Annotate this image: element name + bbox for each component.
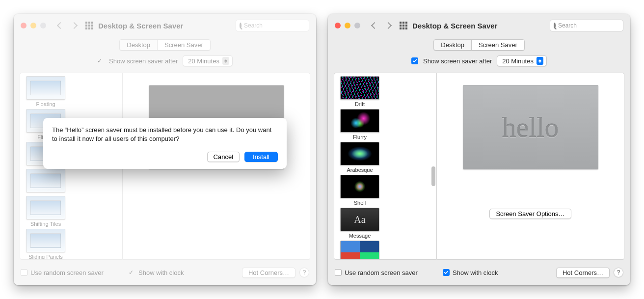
list-item[interactable]: Message <box>338 208 381 239</box>
search-icon <box>554 23 556 28</box>
preview-pane: hello Screen Saver Options… <box>437 73 624 260</box>
content: DriftFlurryArabesqueShellMessageAlbum Ar… <box>334 73 624 260</box>
thumbnail <box>340 175 379 198</box>
preview: hello <box>463 85 598 169</box>
minimize-icon[interactable] <box>345 23 350 28</box>
help-button[interactable]: ? <box>614 268 623 277</box>
after-row: Show screen saver after 20 Minutes <box>328 55 630 66</box>
thumbnail <box>340 142 379 165</box>
random-label: Use random screen saver <box>345 269 418 276</box>
tab-screensaver[interactable]: Screen Saver <box>471 40 524 50</box>
close-icon[interactable] <box>335 23 341 28</box>
stepper-icon <box>537 57 543 65</box>
syspref-window-left: Desktop & Screen Saver Desktop Screen Sa… <box>14 14 316 285</box>
tabs: Desktop Screen Saver <box>328 39 630 51</box>
item-label: Message <box>349 233 371 239</box>
after-label: Show screen saver after <box>423 57 492 65</box>
install-button[interactable]: Install <box>244 152 278 162</box>
list-item[interactable]: Drift <box>338 76 381 107</box>
list-item[interactable]: Shell <box>338 175 381 206</box>
tab-desktop[interactable]: Desktop <box>434 40 471 50</box>
forward-icon[interactable] <box>385 22 392 29</box>
item-label: Arabesque <box>347 167 373 173</box>
list-item[interactable]: Album Artwork <box>338 241 381 260</box>
install-dialog: The “Hello” screen saver must be install… <box>43 118 287 169</box>
after-value: 20 Minutes <box>502 57 534 65</box>
window-title: Desktop & Screen Saver <box>412 22 497 30</box>
clock-checkbox[interactable] <box>443 269 450 276</box>
list-item[interactable]: Flurry <box>338 109 381 140</box>
syspref-window-right: Desktop & Screen Saver Desktop Screen Sa… <box>328 14 630 285</box>
nav-buttons <box>372 23 391 28</box>
thumbnail <box>340 208 379 231</box>
item-label: Drift <box>355 101 365 107</box>
grid-icon[interactable] <box>400 22 407 29</box>
scroll-thumb[interactable] <box>431 166 435 186</box>
thumbnail <box>340 76 379 100</box>
options-button[interactable]: Screen Saver Options… <box>489 209 571 219</box>
item-label: Flurry <box>353 134 367 140</box>
bottombar: Use random screen saver Show with clock … <box>335 266 623 279</box>
search-field[interactable] <box>550 20 623 31</box>
list-pane[interactable]: DriftFlurryArabesqueShellMessageAlbum Ar… <box>334 73 437 260</box>
hotcorners-button[interactable]: Hot Corners… <box>556 268 610 278</box>
after-popup[interactable]: 20 Minutes <box>497 55 547 66</box>
back-icon[interactable] <box>371 22 378 29</box>
preview-text: hello <box>502 111 559 144</box>
item-label: Shell <box>354 200 366 206</box>
list-item[interactable]: Arabesque <box>338 142 381 173</box>
traffic-lights[interactable] <box>335 23 360 28</box>
thumbnail <box>340 241 379 260</box>
thumbnail <box>340 109 379 133</box>
dialog-message: The “Hello” screen saver must be install… <box>52 126 278 143</box>
zoom-icon[interactable] <box>354 23 360 28</box>
after-checkbox[interactable] <box>411 57 418 64</box>
search-input[interactable] <box>558 22 630 29</box>
titlebar: Desktop & Screen Saver <box>328 14 630 37</box>
random-checkbox[interactable] <box>335 269 342 276</box>
clock-label: Show with clock <box>453 269 498 276</box>
cancel-button[interactable]: Cancel <box>207 152 240 162</box>
scrollbar[interactable] <box>431 74 435 258</box>
